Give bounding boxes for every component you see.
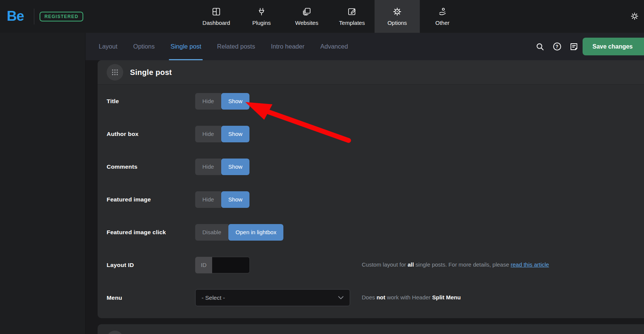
layout-id-helper-text: Custom layout for all single posts. For …: [362, 261, 644, 268]
menu-helper-text: Does not work with Header Split Menu: [362, 294, 644, 301]
show-option-button[interactable]: Show: [221, 126, 250, 142]
help-icon[interactable]: ?: [553, 43, 561, 51]
helper-bold: all: [408, 261, 414, 268]
helper-text: Does: [362, 294, 376, 300]
websites-icon: [302, 7, 312, 17]
show-option-button[interactable]: Show: [221, 191, 250, 208]
hide-option-button[interactable]: Hide: [195, 126, 221, 142]
chevron-down-icon: [338, 296, 344, 299]
setting-label: Author box: [107, 131, 195, 137]
open-in-lightbox-option-button[interactable]: Open in lightbox: [228, 224, 283, 241]
dashboard-icon: [211, 7, 221, 17]
light-mode-toggle-sun-icon[interactable]: [630, 11, 639, 21]
tabbar-actions: ?: [536, 33, 578, 60]
drag-handle[interactable]: [107, 64, 123, 81]
setting-label: Featured image: [107, 196, 195, 203]
tab-related-posts[interactable]: Related posts: [209, 33, 263, 60]
disable-option-button[interactable]: Disable: [195, 224, 228, 241]
hide-option-button[interactable]: Hide: [195, 93, 221, 110]
nav-label: Plugins: [252, 20, 271, 26]
helper-text: Custom layout for: [362, 261, 408, 268]
nav-item-dashboard[interactable]: Dashboard: [194, 0, 239, 33]
related-posts-panel-header: Related posts: [98, 324, 644, 334]
nav-item-templates[interactable]: Templates: [329, 0, 375, 33]
helper-bold: Split Menu: [432, 294, 461, 300]
betheme-logo[interactable]: Be: [7, 8, 24, 24]
id-prefix-label: ID: [195, 257, 212, 273]
registered-badge: REGISTERED: [40, 12, 83, 21]
setting-row-featured-image-click: Featured image click Disable Open in lig…: [98, 216, 644, 249]
layout-id-input[interactable]: [212, 257, 250, 273]
save-changes-button[interactable]: Save changes: [583, 38, 644, 55]
hide-option-button[interactable]: Hide: [195, 191, 221, 208]
author-box-toggle: Hide Show: [195, 126, 249, 142]
setting-row-title: Title Hide Show: [98, 85, 644, 117]
setting-row-comments: Comments Hide Show: [98, 150, 644, 183]
helper-bold: not: [376, 294, 385, 300]
setting-row-featured-image: Featured image Hide Show: [98, 183, 644, 216]
options-tab-bar: Layout Options Single post Related posts…: [86, 33, 644, 60]
plug-icon: [257, 7, 266, 17]
nav-label: Options: [387, 20, 407, 26]
menu-select-dropdown[interactable]: - Select -: [195, 289, 350, 306]
show-option-button[interactable]: Show: [221, 93, 250, 110]
single-post-panel: Single post Title Hide Show Author box H…: [98, 60, 644, 318]
help-glyph: ?: [555, 44, 558, 49]
related-posts-panel: Related posts: [98, 324, 644, 334]
setting-label: Comments: [107, 163, 195, 170]
setting-row-layout-id: Layout ID ID Custom layout for all singl…: [98, 249, 644, 281]
drag-dots-icon: [112, 69, 118, 76]
helper-text: work with Header: [385, 294, 432, 300]
changelog-note-icon[interactable]: [570, 43, 578, 51]
featured-image-click-toggle: Disable Open in lightbox: [195, 224, 283, 241]
tab-options[interactable]: Options: [125, 33, 163, 60]
setting-label: Title: [107, 98, 195, 105]
panel-title: Single post: [130, 68, 172, 77]
content-area: Single post Title Hide Show Author box H…: [86, 60, 644, 334]
single-post-settings: Title Hide Show Author box Hide Show: [98, 85, 644, 314]
tab-advanced[interactable]: Advanced: [312, 33, 356, 60]
gear-icon: [392, 7, 402, 17]
left-sidebar: [0, 33, 86, 334]
drag-handle[interactable]: [107, 331, 123, 334]
show-option-button[interactable]: Show: [221, 159, 250, 175]
setting-row-author-box: Author box Hide Show: [98, 117, 644, 150]
nav-item-options[interactable]: Options: [375, 0, 420, 33]
nav-item-websites[interactable]: Websites: [284, 0, 329, 33]
featured-image-toggle: Hide Show: [195, 191, 249, 208]
nav-item-plugins[interactable]: Plugins: [239, 0, 284, 33]
single-post-panel-header: Single post: [98, 60, 644, 85]
helper-text: single posts. For more details, please: [414, 261, 511, 268]
layout-id-input-group: ID: [195, 257, 250, 273]
nav-label: Websites: [295, 20, 318, 26]
setting-row-menu: Menu - Select - Does not work with Heade…: [98, 281, 644, 314]
comments-toggle: Hide Show: [195, 159, 249, 175]
hide-option-button[interactable]: Hide: [195, 159, 221, 175]
select-value: - Select -: [202, 294, 225, 301]
templates-icon: [347, 7, 357, 17]
tab-single-post[interactable]: Single post: [162, 33, 209, 60]
nav-label: Other: [435, 20, 450, 26]
read-this-article-link[interactable]: read this article: [511, 261, 549, 268]
tab-intro-header[interactable]: Intro header: [263, 33, 312, 60]
nav-item-other[interactable]: Other: [420, 0, 465, 33]
nav-label: Dashboard: [202, 20, 230, 26]
top-app-bar: Be REGISTERED Dashboard Plugins: [0, 0, 644, 33]
support-hand-icon: [437, 7, 447, 17]
main-nav: Dashboard Plugins Websites: [194, 0, 465, 33]
setting-label: Featured image click: [107, 229, 195, 236]
setting-label: Menu: [107, 294, 195, 301]
setting-label: Layout ID: [107, 262, 195, 268]
title-toggle: Hide Show: [195, 93, 249, 110]
nav-label: Templates: [339, 20, 365, 26]
search-icon[interactable]: [536, 43, 544, 51]
tab-layout[interactable]: Layout: [91, 33, 125, 60]
divider: [34, 9, 34, 24]
